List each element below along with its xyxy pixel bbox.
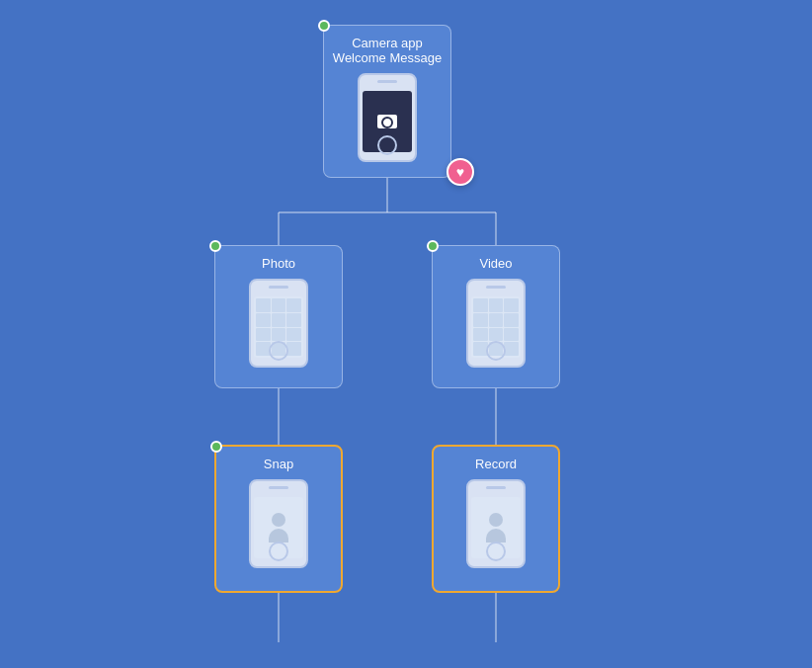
welcome-title: Camera app Welcome Message <box>332 36 443 65</box>
grid-cell <box>504 328 519 342</box>
grid-cell <box>504 342 519 356</box>
snap-title: Snap <box>264 457 293 471</box>
grid-cell <box>473 313 488 327</box>
grid-cell <box>256 298 271 312</box>
grid-cell <box>286 328 301 342</box>
grid-cell <box>473 298 488 312</box>
record-person-icon <box>486 513 506 543</box>
grid-cell <box>489 298 504 312</box>
grid-cell <box>473 342 488 356</box>
video-phone <box>466 279 526 368</box>
person-body <box>486 529 506 543</box>
camera-icon <box>377 115 397 128</box>
photo-node[interactable]: Photo <box>214 245 343 388</box>
person-head <box>489 513 503 527</box>
welcome-node[interactable]: Camera app Welcome Message <box>323 25 451 178</box>
video-grid <box>471 296 521 358</box>
grid-cell <box>286 298 301 312</box>
grid-cell <box>286 342 301 356</box>
record-node[interactable]: Record <box>432 445 560 593</box>
heart-badge[interactable]: ♥ <box>447 158 474 186</box>
record-title: Record <box>475 457 517 471</box>
grid-cell <box>272 328 286 342</box>
grid-cell <box>489 313 504 327</box>
photo-screen <box>254 296 303 358</box>
grid-cell <box>473 328 488 342</box>
grid-cell <box>286 313 301 327</box>
video-screen <box>471 296 521 358</box>
person-head <box>272 513 285 527</box>
snap-screen <box>254 497 303 558</box>
photo-title: Photo <box>262 256 295 271</box>
grid-cell <box>256 313 271 327</box>
photo-phone <box>249 279 308 368</box>
photo-grid <box>254 296 303 358</box>
grid-cell <box>504 298 519 312</box>
welcome-dot <box>318 20 330 32</box>
grid-cell <box>256 328 271 342</box>
grid-cell <box>256 342 271 356</box>
person-body <box>269 529 288 543</box>
grid-cell <box>272 313 286 327</box>
grid-cell <box>489 342 504 356</box>
welcome-screen <box>363 91 412 152</box>
record-phone <box>466 479 526 568</box>
grid-cell <box>489 328 504 342</box>
grid-cell <box>272 342 286 356</box>
canvas: Camera app Welcome Message ♥ Photo <box>0 0 812 668</box>
record-screen <box>471 497 521 558</box>
welcome-phone <box>358 73 417 162</box>
snap-phone <box>249 479 308 568</box>
snap-person-icon <box>269 513 288 543</box>
grid-cell <box>504 313 519 327</box>
photo-dot <box>209 240 221 252</box>
snap-node[interactable]: Snap <box>214 445 343 593</box>
video-node[interactable]: Video <box>432 245 560 388</box>
video-title: Video <box>479 256 512 271</box>
grid-cell <box>272 298 286 312</box>
video-dot <box>427 240 439 252</box>
snap-dot <box>210 441 222 453</box>
